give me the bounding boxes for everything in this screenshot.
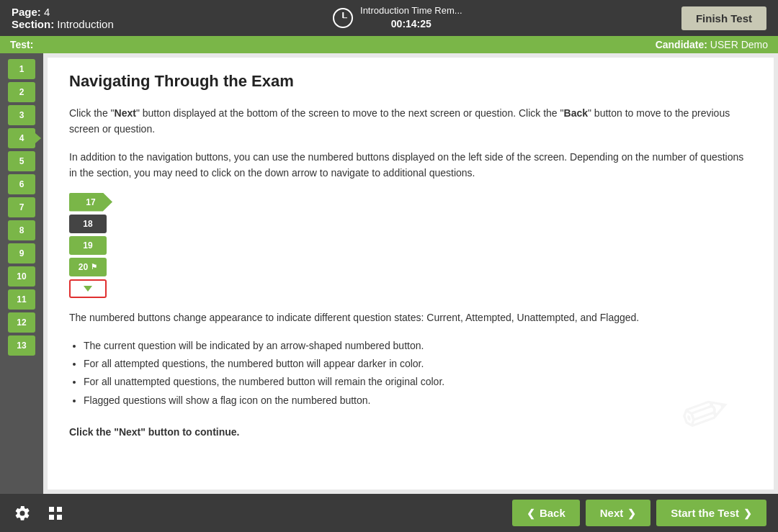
timer-area: Introduction Time Rem... 00:14:25 xyxy=(333,5,462,30)
paragraph-3: The numbered buttons change appearance t… xyxy=(69,310,752,325)
footer-right: ❮ Back Next ❯ Start the Test ❯ xyxy=(512,500,766,526)
candidate-label: Candidate: xyxy=(656,39,707,50)
sidebar-item-4[interactable]: 4 xyxy=(8,128,35,148)
click-next-text: Click the "Next" button to continue. xyxy=(69,424,752,440)
page-info: Page: 4 xyxy=(12,6,114,18)
demo-flagged-btn: 20 ⚑ xyxy=(69,258,107,276)
bullet-1: The current question will be indicated b… xyxy=(84,337,752,355)
sidebar-item-11[interactable]: 11 xyxy=(8,289,35,310)
grid-icon xyxy=(47,505,64,522)
demo-current-btn: 17 xyxy=(69,193,112,212)
sidebar-item-5[interactable]: 5 xyxy=(8,151,35,171)
finish-test-button[interactable]: Finish Test xyxy=(681,6,766,30)
demo-attempted-btn: 18 xyxy=(69,215,107,233)
sidebar-item-10[interactable]: 10 xyxy=(8,266,35,287)
sidebar-item-9[interactable]: 9 xyxy=(8,243,35,263)
start-test-button[interactable]: Start the Test ❯ xyxy=(656,500,766,526)
start-label: Start the Test xyxy=(671,507,739,519)
next-bold: Next xyxy=(115,107,136,119)
demo-unattempted-btn: 19 xyxy=(69,236,107,255)
candidate-area: Candidate: USER Demo xyxy=(656,39,768,50)
sidebar-item-8[interactable]: 8 xyxy=(8,220,35,240)
header: Page: 4 Section: Introduction Introducti… xyxy=(0,0,778,36)
bullet-4: Flagged questions will show a flag icon … xyxy=(84,392,752,410)
page-number: 4 xyxy=(44,6,50,18)
back-label: Back xyxy=(540,507,565,519)
next-label: Next xyxy=(600,507,624,519)
header-left: Page: 4 Section: Introduction xyxy=(12,6,114,30)
candidate-value: USER Demo xyxy=(710,39,768,50)
section-label: Section: xyxy=(12,18,54,30)
bullet-3: For all unattempted questions, the numbe… xyxy=(84,373,752,391)
sidebar-item-13[interactable]: 13 xyxy=(8,335,35,356)
sidebar-item-12[interactable]: 12 xyxy=(8,312,35,333)
status-bar: Test: Candidate: USER Demo xyxy=(0,36,778,53)
timer-text: Introduction Time Rem... 00:14:25 xyxy=(360,5,462,30)
down-arrow-icon xyxy=(84,286,92,292)
paragraph-2: In addition to the navigation buttons, y… xyxy=(69,149,752,181)
clock-icon xyxy=(333,8,353,28)
grid-icon-btn[interactable] xyxy=(45,502,66,524)
section-info: Section: Introduction xyxy=(12,18,114,30)
back-arrow-icon: ❮ xyxy=(527,508,535,519)
content-scroll: ✏ Navigating Through the Exam Click the … xyxy=(48,58,774,490)
content-wrapper: ✏ Navigating Through the Exam Click the … xyxy=(43,53,778,494)
section-value: Introduction xyxy=(57,18,113,30)
question-demo: 17 18 19 20 ⚑ xyxy=(69,193,752,298)
bullet-list: The current question will be indicated b… xyxy=(84,337,752,410)
start-arrow-icon: ❯ xyxy=(743,508,752,519)
sidebar-item-6[interactable]: 6 xyxy=(8,174,35,194)
footer-left xyxy=(12,502,66,524)
next-button[interactable]: Next ❯ xyxy=(586,500,651,526)
sidebar-item-2[interactable]: 2 xyxy=(8,82,35,102)
back-button[interactable]: ❮ Back xyxy=(512,500,580,526)
footer: ❮ Back Next ❯ Start the Test ❯ xyxy=(0,494,778,532)
sidebar: 1 2 3 4 5 6 7 8 9 10 11 12 13 xyxy=(0,53,43,494)
timer-value: 00:14:25 xyxy=(360,17,462,30)
test-label: Test: xyxy=(10,39,33,50)
timer-title: Introduction Time Rem... xyxy=(360,5,462,17)
back-bold: Back xyxy=(564,107,588,119)
down-arrow-button[interactable] xyxy=(69,279,107,298)
flag-icon: ⚑ xyxy=(91,263,97,271)
content-title: Navigating Through the Exam xyxy=(69,72,752,91)
sidebar-item-1[interactable]: 1 xyxy=(8,59,35,79)
bullet-2: For all attempted questions, the numbere… xyxy=(84,355,752,373)
gear-icon xyxy=(14,505,31,522)
settings-icon-btn[interactable] xyxy=(12,502,33,524)
next-arrow-icon: ❯ xyxy=(627,508,636,519)
paragraph-1: Click the "Next" button displayed at the… xyxy=(69,105,752,137)
sidebar-item-3[interactable]: 3 xyxy=(8,105,35,125)
sidebar-item-7[interactable]: 7 xyxy=(8,197,35,217)
main-area: 1 2 3 4 5 6 7 8 9 10 11 12 13 ✏ Navigati… xyxy=(0,53,778,494)
page-label: Page: xyxy=(12,6,41,18)
